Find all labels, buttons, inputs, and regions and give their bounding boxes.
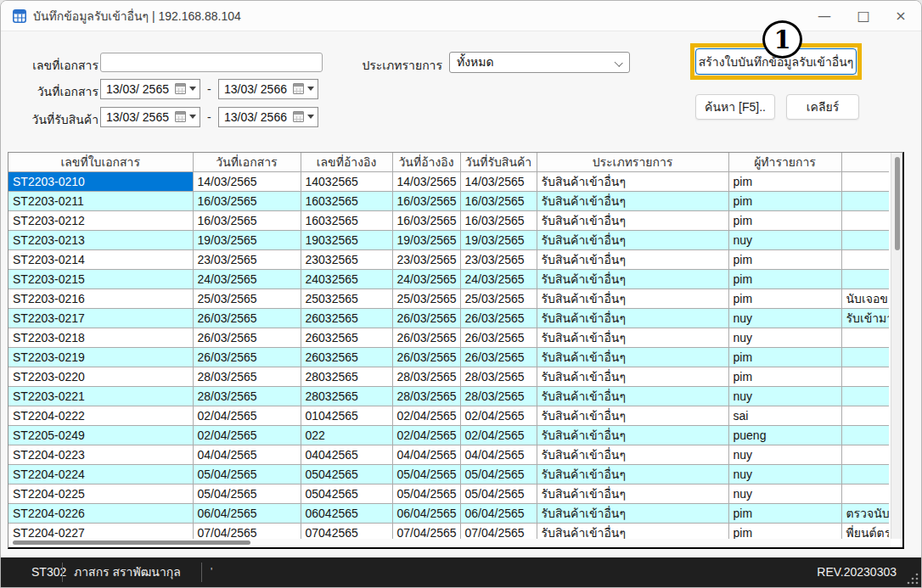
cell[interactable]: รับสินค้าเข้าอื่นๆ [537, 309, 728, 328]
cell[interactable] [841, 465, 889, 484]
cell[interactable]: รับสินค้าเข้าอื่นๆ [537, 445, 728, 465]
cell[interactable]: 28/03/2565 [392, 387, 460, 406]
cell[interactable] [841, 348, 889, 367]
cell[interactable]: ST2203-0221 [8, 387, 193, 406]
cell[interactable]: 26/03/2565 [460, 328, 537, 348]
cell[interactable] [841, 231, 889, 250]
cell[interactable]: 25/03/2565 [392, 289, 460, 309]
cell[interactable] [841, 367, 889, 387]
cell[interactable]: 26032565 [301, 309, 392, 328]
cell[interactable]: 23/03/2565 [392, 250, 460, 270]
cell[interactable]: ST2203-0217 [8, 309, 193, 328]
cell[interactable]: 04/04/2565 [392, 445, 460, 465]
cell[interactable]: 05/04/2565 [392, 465, 460, 484]
cell[interactable]: ST2203-0215 [8, 270, 193, 289]
type-select[interactable]: ทั้งหมด [449, 52, 630, 73]
resize-grip-icon[interactable] [907, 573, 919, 585]
cell[interactable] [841, 406, 889, 426]
cell[interactable]: 23/03/2565 [460, 250, 537, 270]
cell[interactable]: 14/03/2565 [193, 172, 301, 192]
cell[interactable]: 26/03/2565 [392, 328, 460, 348]
cell[interactable]: 19032565 [301, 231, 392, 250]
cell[interactable]: ST2205-0249 [8, 426, 193, 445]
cell[interactable] [841, 192, 889, 211]
cell[interactable]: pueng [728, 426, 841, 445]
cell[interactable]: 28/03/2565 [193, 367, 301, 387]
cell[interactable]: pim [728, 289, 841, 309]
cell[interactable]: 05/04/2565 [460, 465, 537, 484]
cell[interactable]: 28032565 [301, 387, 392, 406]
column-header[interactable]: ประเภทรายการ [537, 153, 728, 172]
cell[interactable]: 26/03/2565 [193, 309, 301, 328]
cell[interactable]: pim [728, 211, 841, 231]
cell[interactable]: ST2204-0226 [8, 504, 193, 524]
maximize-icon[interactable]: □ [845, 1, 882, 31]
cell[interactable]: พี่ยนต์ตรวจนั [841, 524, 889, 540]
cell[interactable]: 25/03/2565 [193, 289, 301, 309]
cell[interactable]: รับสินค้าเข้าอื่นๆ [537, 465, 728, 484]
close-icon[interactable]: × [882, 1, 919, 31]
cell[interactable]: รับสินค้าเข้าอื่นๆ [537, 406, 728, 426]
cell[interactable] [841, 172, 889, 192]
cell[interactable]: ST2203-0218 [8, 328, 193, 348]
cell[interactable]: 25032565 [301, 289, 392, 309]
vertical-scrollbar-thumb[interactable] [895, 157, 900, 250]
cell[interactable]: รับสินค้าเข้าอื่นๆ [537, 328, 728, 348]
cell[interactable]: 07/04/2565 [193, 524, 301, 540]
cell[interactable]: 26/03/2565 [460, 348, 537, 367]
dropdown-arrow-icon[interactable] [189, 115, 196, 119]
cell[interactable]: 05042565 [301, 484, 392, 504]
vertical-scrollbar[interactable] [891, 153, 902, 539]
cell[interactable]: 06042565 [301, 504, 392, 524]
cell[interactable]: 04042565 [301, 445, 392, 465]
cell[interactable]: 19/03/2565 [193, 231, 301, 250]
dropdown-arrow-icon[interactable] [307, 115, 314, 119]
cell[interactable]: 05/04/2565 [460, 484, 537, 504]
receive-date-to-picker[interactable]: 13/03/ 2566 [218, 107, 318, 127]
cell[interactable] [841, 211, 889, 231]
cell[interactable]: 26032565 [301, 328, 392, 348]
cell[interactable]: รับสินค้าเข้าอื่นๆ [537, 387, 728, 406]
cell[interactable]: 19/03/2565 [460, 231, 537, 250]
cell[interactable]: 14/03/2565 [392, 172, 460, 192]
cell[interactable]: 06/04/2565 [392, 504, 460, 524]
cell[interactable]: 02/04/2565 [193, 426, 301, 445]
column-header[interactable]: วันที่รับสินค้า [460, 153, 537, 172]
cell[interactable]: 26/03/2565 [460, 309, 537, 328]
cell[interactable] [841, 250, 889, 270]
cell[interactable]: 28/03/2565 [460, 367, 537, 387]
cell[interactable]: pim [728, 250, 841, 270]
calendar-icon[interactable] [175, 83, 186, 94]
cell[interactable]: รับสินค้าเข้าอื่นๆ [537, 250, 728, 270]
cell[interactable]: 05042565 [301, 465, 392, 484]
cell[interactable]: 24032565 [301, 270, 392, 289]
dropdown-arrow-icon[interactable] [189, 87, 196, 91]
column-header[interactable]: วันที่อ้างอิง [392, 153, 460, 172]
column-header[interactable]: วันที่เอกสาร [193, 153, 301, 172]
receive-date-from-picker[interactable]: 13/03/ 2565 [100, 107, 200, 127]
cell[interactable]: nuy [728, 465, 841, 484]
cell[interactable]: ST2204-0224 [8, 465, 193, 484]
search-button[interactable]: ค้นหา [F5].. [695, 94, 775, 120]
cell[interactable]: 26/03/2565 [392, 309, 460, 328]
cell[interactable]: pim [728, 348, 841, 367]
cell[interactable]: 28/03/2565 [460, 387, 537, 406]
cell[interactable]: 07/04/2565 [460, 524, 537, 540]
calendar-icon[interactable] [293, 83, 304, 94]
column-header[interactable]: ผู้ทำรายการ [728, 153, 841, 172]
cell[interactable]: รับสินค้าเข้าอื่นๆ [537, 192, 728, 211]
cell[interactable]: 23/03/2565 [193, 250, 301, 270]
cell[interactable]: 07/04/2565 [392, 524, 460, 540]
cell[interactable]: รับสินค้าเข้าอื่นๆ [537, 172, 728, 192]
cell[interactable]: 04/04/2565 [460, 445, 537, 465]
cell[interactable]: รับสินค้าเข้าอื่นๆ [537, 426, 728, 445]
cell[interactable]: 04/04/2565 [193, 445, 301, 465]
column-header[interactable]: เลขที่อ้างอิง [301, 153, 392, 172]
cell[interactable]: รับสินค้าเข้าอื่นๆ [537, 231, 728, 250]
cell[interactable]: 14/03/2565 [460, 172, 537, 192]
cell[interactable] [841, 270, 889, 289]
cell[interactable]: รับสินค้าเข้าอื่นๆ [537, 504, 728, 524]
cell[interactable]: 25/03/2565 [460, 289, 537, 309]
cell[interactable]: 16/03/2565 [460, 211, 537, 231]
cell[interactable]: 16032565 [301, 192, 392, 211]
